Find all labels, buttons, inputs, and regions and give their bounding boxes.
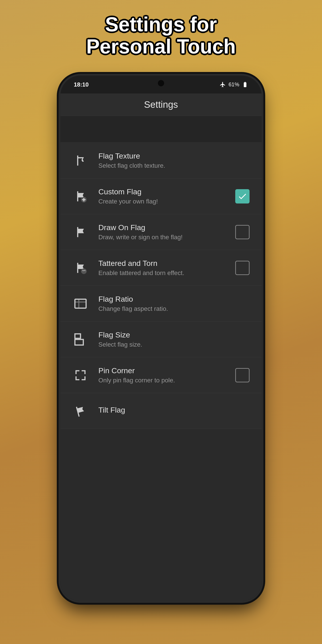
settings-item-flag-size[interactable]: Flag Size Select flag size. <box>60 322 262 357</box>
flag-size-title: Flag Size <box>98 330 250 339</box>
pin-corner-control[interactable] <box>234 367 250 383</box>
status-bar: 18:10 61% <box>60 76 262 94</box>
pin-corner-checkbox[interactable] <box>235 368 250 382</box>
pin-corner-title: Pin Corner <box>98 366 234 375</box>
custom-flag-checkbox[interactable] <box>235 189 250 204</box>
phone-screen: 18:10 61% Settings <box>60 76 262 601</box>
custom-flag-icon <box>72 188 90 205</box>
settings-item-draw-on-flag[interactable]: Draw On Flag Draw, write or sign on the … <box>60 214 262 250</box>
settings-item-pin-corner[interactable]: Pin Corner Only pin flag corner to pole. <box>60 357 262 393</box>
app-bar-title: Settings <box>144 99 178 110</box>
battery-icon <box>242 82 248 88</box>
svg-rect-3 <box>75 334 80 338</box>
settings-item-tattered[interactable]: Tattered and Torn Enable tattered and to… <box>60 250 262 286</box>
flag-size-subtitle: Select flag size. <box>98 341 250 348</box>
page-header-title: Settings for Personal Touch <box>64 14 258 58</box>
flag-ratio-icon <box>72 295 90 312</box>
draw-on-flag-control[interactable] <box>234 224 250 240</box>
tattered-subtitle: Enable tattered and torn effect. <box>98 270 234 276</box>
custom-flag-subtitle: Create your own flag! <box>98 198 234 205</box>
status-time: 18:10 <box>74 81 89 88</box>
tattered-icon <box>72 259 90 277</box>
custom-flag-text: Custom Flag Create your own flag! <box>98 188 234 205</box>
flag-ratio-text: Flag Ratio Change flag aspect ratio. <box>98 295 250 312</box>
draw-on-flag-title: Draw On Flag <box>98 223 234 232</box>
tattered-control[interactable] <box>234 260 250 276</box>
phone-frame: 18:10 61% Settings <box>60 76 262 601</box>
settings-list: Flag Texture Select flag cloth texture. … <box>60 143 262 429</box>
tilt-flag-icon <box>72 402 90 420</box>
tilt-flag-text: Tilt Flag <box>98 406 250 416</box>
flag-texture-icon <box>72 152 90 170</box>
settings-item-flag-ratio[interactable]: Flag Ratio Change flag aspect ratio. <box>60 286 262 322</box>
flag-size-text: Flag Size Select flag size. <box>98 330 250 348</box>
svg-rect-4 <box>75 340 84 345</box>
settings-item-custom-flag[interactable]: Custom Flag Create your own flag! <box>60 178 262 214</box>
draw-on-flag-subtitle: Draw, write or sign on the flag! <box>98 234 234 241</box>
pin-corner-text: Pin Corner Only pin flag corner to pole. <box>98 366 234 384</box>
custom-flag-control[interactable] <box>234 188 250 204</box>
svg-rect-2 <box>75 299 86 308</box>
settings-item-flag-texture[interactable]: Flag Texture Select flag cloth texture. <box>60 143 262 178</box>
settings-header-section <box>60 116 262 143</box>
tattered-title: Tattered and Torn <box>98 259 234 268</box>
pin-corner-subtitle: Only pin flag corner to pole. <box>98 377 234 384</box>
draw-flag-icon <box>72 223 90 241</box>
flag-texture-subtitle: Select flag cloth texture. <box>98 162 250 169</box>
draw-on-flag-text: Draw On Flag Draw, write or sign on the … <box>98 223 234 241</box>
battery-percentage: 61% <box>228 82 239 88</box>
settings-item-tilt-flag[interactable]: Tilt Flag <box>60 393 262 429</box>
flag-ratio-title: Flag Ratio <box>98 295 250 304</box>
draw-on-flag-checkbox[interactable] <box>235 225 250 239</box>
camera-notch <box>158 80 164 86</box>
airplane-icon <box>220 82 226 88</box>
app-bar: Settings <box>60 94 262 116</box>
tattered-checkbox[interactable] <box>235 261 250 275</box>
custom-flag-title: Custom Flag <box>98 188 234 196</box>
pin-corner-icon <box>72 366 90 384</box>
flag-texture-text: Flag Texture Select flag cloth texture. <box>98 152 250 169</box>
tattered-text: Tattered and Torn Enable tattered and to… <box>98 259 234 276</box>
tilt-flag-title: Tilt Flag <box>98 406 250 414</box>
flag-size-icon <box>72 330 90 348</box>
status-icons: 61% <box>220 82 248 88</box>
flag-ratio-subtitle: Change flag aspect ratio. <box>98 305 250 312</box>
flag-texture-title: Flag Texture <box>98 152 250 160</box>
